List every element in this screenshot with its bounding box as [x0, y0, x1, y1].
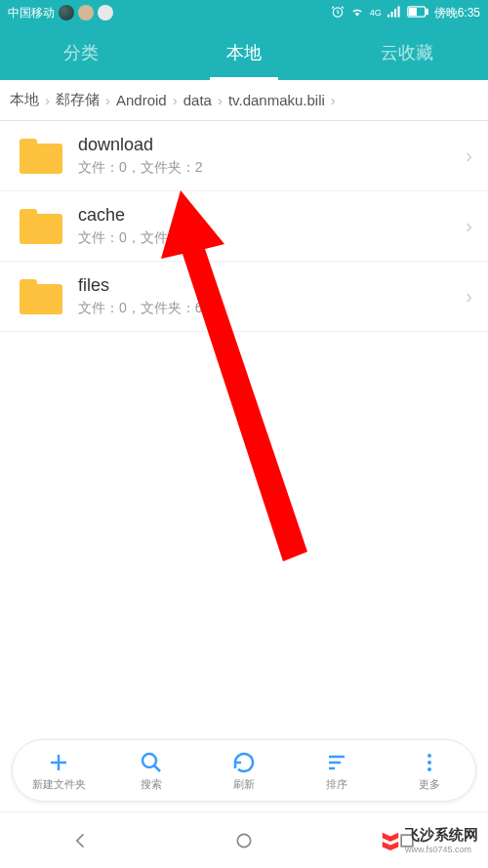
tab-local[interactable]: 本地 — [163, 25, 326, 80]
nav-back-button[interactable] — [61, 821, 101, 860]
svg-rect-3 — [394, 9, 396, 17]
crumb-item[interactable]: tv.danmaku.bili — [224, 92, 329, 108]
svg-rect-4 — [397, 6, 399, 17]
status-dot-icon — [98, 5, 113, 21]
svg-point-10 — [427, 754, 431, 758]
svg-point-9 — [142, 754, 156, 767]
nav-home-button[interactable] — [224, 821, 264, 860]
more-button[interactable]: 更多 — [383, 740, 475, 801]
folder-name: download — [78, 135, 466, 155]
svg-rect-1 — [387, 14, 389, 17]
svg-rect-6 — [426, 9, 427, 14]
chevron-right-icon: › — [329, 92, 338, 108]
watermark-text: 飞沙系统网 — [405, 826, 478, 845]
crumb-item[interactable]: data — [180, 92, 216, 108]
time-label: 傍晚6:35 — [434, 5, 480, 21]
battery-icon — [407, 6, 428, 21]
chevron-right-icon: › — [466, 215, 472, 237]
sort-icon — [324, 750, 349, 775]
folder-name: cache — [78, 205, 466, 226]
chevron-right-icon: › — [216, 92, 224, 108]
status-dot-icon — [78, 5, 94, 21]
more-icon — [417, 750, 442, 775]
folder-meta: 文件：0，文件夹：4 — [78, 229, 466, 247]
chevron-right-icon: › — [171, 92, 180, 108]
carrier-label: 中国移动 — [8, 5, 55, 21]
svg-point-13 — [237, 834, 250, 847]
tab-cloud[interactable]: 云收藏 — [325, 25, 488, 80]
wifi-icon — [350, 5, 364, 21]
folder-meta: 文件：0，文件夹：6 — [78, 300, 466, 317]
status-dot-icon — [59, 5, 74, 21]
crumb-item[interactable]: 本地 — [6, 91, 43, 109]
chevron-right-icon: › — [466, 285, 472, 308]
folder-meta: 文件：0，文件夹：2 — [78, 159, 466, 177]
crumb-item[interactable]: Android — [112, 92, 171, 108]
chevron-right-icon: › — [43, 92, 52, 108]
folder-icon — [20, 139, 62, 174]
folder-name: files — [78, 275, 466, 296]
status-bar: 中国移动 4G 傍晚6:35 — [0, 0, 488, 25]
folder-row[interactable]: download 文件：0，文件夹：2 › — [0, 121, 488, 191]
svg-rect-7 — [409, 8, 416, 15]
network-label: 4G — [370, 8, 382, 18]
svg-rect-2 — [390, 12, 392, 18]
bottom-toolbar: 新建文件夹 搜索 刷新 排序 更多 — [12, 739, 476, 802]
svg-point-12 — [427, 767, 431, 771]
folder-row[interactable]: files 文件：0，文件夹：6 › — [0, 262, 488, 332]
main-tabs: 分类 本地 云收藏 — [0, 25, 488, 80]
chevron-right-icon: › — [466, 145, 472, 167]
file-list: download 文件：0，文件夹：2 › cache 文件：0，文件夹：4 ›… — [0, 121, 488, 332]
breadcrumb: 本地 › 郄存储 › Android › data › tv.danmaku.b… — [0, 80, 488, 121]
search-icon — [139, 750, 164, 775]
crumb-item[interactable]: 郄存储 — [52, 91, 103, 109]
folder-row[interactable]: cache 文件：0，文件夹：4 › — [0, 191, 488, 262]
folder-icon — [20, 279, 62, 314]
tab-category[interactable]: 分类 — [0, 25, 163, 80]
svg-point-11 — [427, 761, 431, 765]
folder-icon — [20, 209, 62, 244]
new-folder-button[interactable]: 新建文件夹 — [13, 740, 105, 801]
watermark: 飞沙系统网 www.fs0745.com — [380, 826, 478, 854]
sort-button[interactable]: 排序 — [290, 740, 383, 801]
refresh-icon — [231, 750, 257, 775]
refresh-button[interactable]: 刷新 — [198, 740, 291, 801]
chevron-right-icon: › — [103, 92, 112, 108]
watermark-url: www.fs0745.com — [405, 845, 478, 854]
search-button[interactable]: 搜索 — [105, 740, 198, 801]
alarm-icon — [331, 5, 345, 21]
watermark-logo-icon — [380, 830, 401, 851]
plus-icon — [46, 750, 71, 775]
signal-icon — [387, 6, 401, 21]
